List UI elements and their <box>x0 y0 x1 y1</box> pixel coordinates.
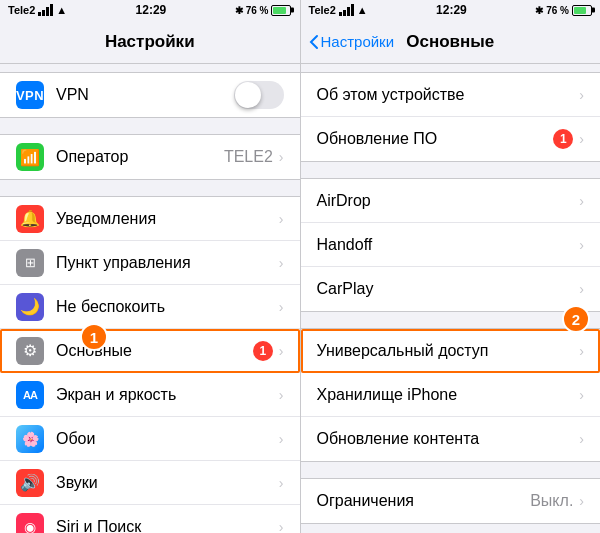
row-restrictions[interactable]: Ограничения Выкл. › <box>301 479 601 523</box>
display-label: Экран и яркость <box>56 386 279 404</box>
left-time: 12:29 <box>136 3 167 17</box>
right-time: 12:29 <box>436 3 467 17</box>
restrictions-label: Ограничения <box>317 492 531 510</box>
display-chevron: › <box>279 387 284 403</box>
right-nav-bar: Настройки Основные <box>301 20 601 64</box>
airdrop-chevron: › <box>579 193 584 209</box>
siri-chevron: › <box>279 519 284 534</box>
left-panel: 1 Tele2 ▲ 12:29 ✱ 76 % Настройки <box>0 0 301 533</box>
operator-label: Оператор <box>56 148 224 166</box>
section-airdrop: AirDrop › Handoff › CarPlay › <box>301 178 601 312</box>
carplay-label: CarPlay <box>317 280 580 298</box>
notifications-icon: 🔔 <box>16 205 44 233</box>
row-airdrop[interactable]: AirDrop › <box>301 179 601 223</box>
software-update-chevron: › <box>579 131 584 147</box>
right-bluetooth-icon: ✱ <box>535 5 543 16</box>
row-general[interactable]: ⚙ Основные 1 › <box>0 329 300 373</box>
section-main: 🔔 Уведомления › ⊞ Пункт управления › 🌙 Н… <box>0 196 300 533</box>
battery-percent-right: 76 % <box>546 5 569 16</box>
restrictions-value: Выкл. <box>530 492 573 510</box>
right-status-bar: Tele2 ▲ 12:29 ✱ 76 % <box>301 0 601 20</box>
general-label: Основные <box>56 342 253 360</box>
row-notifications[interactable]: 🔔 Уведомления › <box>0 197 300 241</box>
content-update-label: Обновление контента <box>317 430 580 448</box>
carplay-chevron: › <box>579 281 584 297</box>
sounds-icon: 🔊 <box>16 469 44 497</box>
toggle-knob <box>235 82 261 108</box>
section-restrictions: Ограничения Выкл. › <box>301 478 601 524</box>
sounds-chevron: › <box>279 475 284 491</box>
universal-access-chevron: › <box>579 343 584 359</box>
row-about[interactable]: Об этом устройстве › <box>301 73 601 117</box>
back-chevron-icon <box>309 34 319 50</box>
operator-chevron: › <box>279 149 284 165</box>
row-software-update[interactable]: Обновление ПО 1 › <box>301 117 601 161</box>
right-nav-title: Основные <box>406 32 494 52</box>
do-not-disturb-label: Не беспокоить <box>56 298 279 316</box>
section-operator: 📶 Оператор TELE2 › <box>0 134 300 180</box>
back-label: Настройки <box>321 33 395 50</box>
sounds-label: Звуки <box>56 474 279 492</box>
wifi-icon: ▲ <box>56 4 67 16</box>
display-icon: AA <box>16 381 44 409</box>
vpn-icon: VPN <box>16 81 44 109</box>
row-handoff[interactable]: Handoff › <box>301 223 601 267</box>
battery-icon-right <box>572 5 592 16</box>
control-center-chevron: › <box>279 255 284 271</box>
do-not-disturb-chevron: › <box>279 299 284 315</box>
general-icon: ⚙ <box>16 337 44 365</box>
left-nav-title: Настройки <box>105 32 195 52</box>
row-wallpaper[interactable]: 🌸 Обои › <box>0 417 300 461</box>
operator-icon: 📶 <box>16 143 44 171</box>
row-carplay[interactable]: CarPlay › <box>301 267 601 311</box>
back-button[interactable]: Настройки <box>309 33 395 50</box>
section-vpn: VPN VPN <box>0 72 300 118</box>
wallpaper-label: Обои <box>56 430 279 448</box>
section-accessibility: Универсальный доступ › Хранилище iPhone … <box>301 328 601 462</box>
wallpaper-icon: 🌸 <box>16 425 44 453</box>
row-storage[interactable]: Хранилище iPhone › <box>301 373 601 417</box>
about-label: Об этом устройстве <box>317 86 580 104</box>
right-signal-icon <box>339 4 354 16</box>
software-update-badge: 1 <box>553 129 573 149</box>
row-operator[interactable]: 📶 Оператор TELE2 › <box>0 135 300 179</box>
right-settings-list: Об этом устройстве › Обновление ПО 1 › A… <box>301 64 601 533</box>
bluetooth-icon: ✱ <box>235 5 243 16</box>
general-chevron: › <box>279 343 284 359</box>
content-update-chevron: › <box>579 431 584 447</box>
storage-label: Хранилище iPhone <box>317 386 580 404</box>
notifications-label: Уведомления <box>56 210 279 228</box>
siri-label: Siri и Поиск <box>56 518 279 534</box>
handoff-label: Handoff <box>317 236 580 254</box>
storage-chevron: › <box>579 387 584 403</box>
software-update-label: Обновление ПО <box>317 130 554 148</box>
row-content-update[interactable]: Обновление контента › <box>301 417 601 461</box>
row-control-center[interactable]: ⊞ Пункт управления › <box>0 241 300 285</box>
general-badge: 1 <box>253 341 273 361</box>
row-sounds[interactable]: 🔊 Звуки › <box>0 461 300 505</box>
operator-value: TELE2 <box>224 148 273 166</box>
right-wifi-icon: ▲ <box>357 4 368 16</box>
row-siri[interactable]: ◉ Siri и Поиск › <box>0 505 300 533</box>
handoff-chevron: › <box>579 237 584 253</box>
section-top: Об этом устройстве › Обновление ПО 1 › <box>301 72 601 162</box>
left-nav-bar: Настройки <box>0 20 300 64</box>
airdrop-label: AirDrop <box>317 192 580 210</box>
siri-icon: ◉ <box>16 513 44 534</box>
left-settings-list: VPN VPN 📶 Оператор TELE2 › 🔔 Уведомле <box>0 64 300 533</box>
about-chevron: › <box>579 87 584 103</box>
row-display[interactable]: AA Экран и яркость › <box>0 373 300 417</box>
control-center-label: Пункт управления <box>56 254 279 272</box>
vpn-toggle[interactable] <box>234 81 284 109</box>
battery-icon-left <box>271 5 291 16</box>
notifications-chevron: › <box>279 211 284 227</box>
row-universal-access[interactable]: Универсальный доступ › <box>301 329 601 373</box>
row-do-not-disturb[interactable]: 🌙 Не беспокоить › <box>0 285 300 329</box>
signal-icon <box>38 4 53 16</box>
row-vpn[interactable]: VPN VPN <box>0 73 300 117</box>
restrictions-chevron: › <box>579 493 584 509</box>
vpn-label: VPN <box>56 86 234 104</box>
left-status-bar: Tele2 ▲ 12:29 ✱ 76 % <box>0 0 300 20</box>
wallpaper-chevron: › <box>279 431 284 447</box>
battery-percent-left: 76 % <box>246 5 269 16</box>
